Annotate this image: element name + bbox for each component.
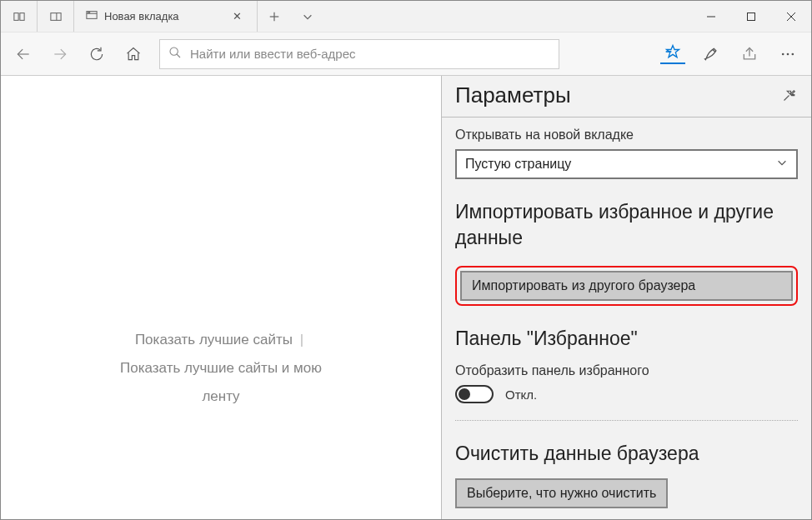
clear-data-title: Очистить данные браузера bbox=[455, 441, 798, 467]
new-tab-button[interactable] bbox=[258, 1, 291, 32]
back-button[interactable] bbox=[6, 37, 41, 72]
search-icon bbox=[168, 46, 182, 62]
favorites-panel-title: Панель "Избранное" bbox=[455, 326, 798, 352]
minimize-button[interactable] bbox=[691, 1, 731, 32]
svg-line-23 bbox=[784, 95, 789, 100]
maximize-button[interactable] bbox=[731, 1, 771, 32]
svg-rect-1 bbox=[19, 12, 23, 20]
close-window-button[interactable] bbox=[771, 1, 811, 32]
import-section-title: Импортировать избранное и другие данные bbox=[455, 199, 798, 251]
chevron-down-icon bbox=[776, 157, 788, 172]
browser-tab[interactable]: Новая вкладка ✕ bbox=[74, 1, 258, 32]
import-button[interactable]: Импортировать из другого браузера bbox=[460, 271, 793, 301]
divider bbox=[455, 420, 798, 421]
show-top-sites-feed-link[interactable]: Показать лучшие сайты и мою ленту bbox=[120, 360, 322, 404]
content-area: Показать лучшие сайты | Показать лучшие … bbox=[1, 76, 811, 519]
notes-button[interactable] bbox=[693, 36, 729, 72]
svg-point-20 bbox=[782, 52, 784, 55]
settings-header: Параметры bbox=[442, 76, 811, 118]
dropdown-value: Пустую страницу bbox=[465, 157, 571, 172]
tab-title: Новая вкладка bbox=[104, 10, 225, 22]
choose-clear-button[interactable]: Выберите, что нужно очистить bbox=[455, 478, 668, 508]
close-tab-icon[interactable]: ✕ bbox=[225, 10, 248, 22]
svg-point-6 bbox=[88, 12, 88, 13]
svg-point-21 bbox=[787, 52, 789, 55]
svg-point-7 bbox=[89, 12, 90, 13]
refresh-button[interactable] bbox=[79, 37, 114, 72]
settings-title: Параметры bbox=[455, 82, 571, 108]
titlebar: Новая вкладка ✕ bbox=[1, 1, 811, 32]
pin-icon[interactable] bbox=[783, 87, 798, 105]
svg-rect-2 bbox=[50, 12, 60, 20]
window-controls bbox=[691, 1, 811, 32]
tab-actions-button[interactable] bbox=[291, 1, 324, 32]
show-fav-bar-label: Отобразить панель избранного bbox=[455, 363, 798, 378]
address-bar[interactable]: Найти или ввести веб-адрес bbox=[159, 39, 559, 69]
settings-pane: Параметры Открывать на новой вкладке Пус… bbox=[441, 76, 811, 519]
address-placeholder: Найти или ввести веб-адрес bbox=[190, 47, 356, 61]
svg-line-17 bbox=[177, 54, 180, 58]
svg-point-22 bbox=[792, 52, 794, 55]
svg-rect-11 bbox=[748, 12, 755, 20]
toggle-state-text: Откл. bbox=[505, 388, 537, 402]
page-icon bbox=[86, 9, 98, 23]
show-top-sites-link[interactable]: Показать лучшие сайты bbox=[135, 332, 293, 348]
page-area: Показать лучшие сайты | Показать лучшие … bbox=[1, 76, 441, 519]
favorites-hub-button[interactable] bbox=[654, 36, 691, 72]
svg-point-16 bbox=[170, 48, 178, 55]
top-sites-prompt: Показать лучшие сайты | Показать лучшие … bbox=[111, 326, 331, 411]
import-highlight: Импортировать из другого браузера bbox=[455, 266, 798, 306]
window-split-icon[interactable] bbox=[38, 1, 74, 32]
open-new-tab-label: Открывать на новой вкладке bbox=[455, 128, 798, 142]
favorites-bar-toggle[interactable] bbox=[455, 385, 494, 403]
toolbar: Найти или ввести веб-адрес bbox=[1, 32, 811, 76]
home-button[interactable] bbox=[116, 37, 151, 72]
more-button[interactable] bbox=[769, 36, 806, 72]
forward-button[interactable] bbox=[43, 37, 78, 72]
separator: | bbox=[300, 332, 303, 348]
share-button[interactable] bbox=[731, 36, 768, 72]
svg-rect-0 bbox=[13, 12, 18, 20]
reading-list-icon[interactable] bbox=[1, 1, 38, 32]
new-tab-dropdown[interactable]: Пустую страницу bbox=[455, 149, 798, 179]
